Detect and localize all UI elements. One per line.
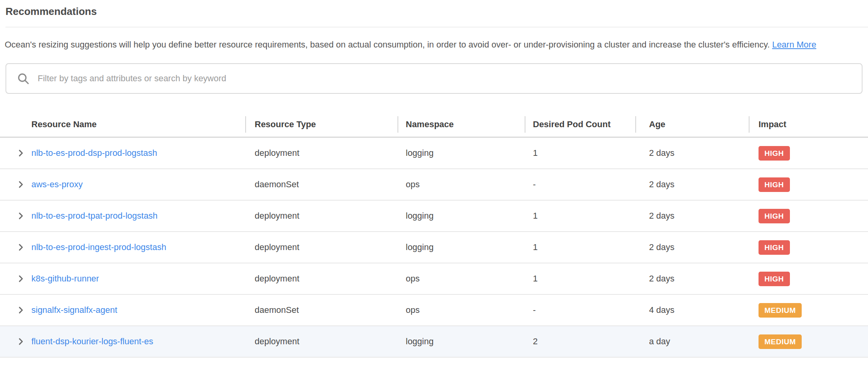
chevron-right-icon[interactable] [16, 149, 25, 157]
table-row[interactable]: nlb-to-es-prod-dsp-prod-logstash deploym… [0, 138, 868, 169]
resource-name-cell: aws-es-proxy [0, 179, 245, 190]
column-header-resource-name[interactable]: Resource Name [0, 112, 245, 137]
impact-cell: MEDIUM [749, 303, 868, 318]
resource-type-cell: deployment [245, 336, 398, 347]
column-header-desired-pod-count[interactable]: Desired Pod Count [525, 112, 635, 137]
age-cell: 4 days [635, 305, 749, 315]
resource-name-cell: nlb-to-es-prod-ingest-prod-logstash [0, 242, 245, 252]
table-row[interactable]: nlb-to-es-prod-ingest-prod-logstash depl… [0, 232, 868, 263]
desired-pod-count-cell: - [525, 305, 635, 315]
chevron-right-icon[interactable] [16, 180, 25, 189]
chevron-right-icon[interactable] [16, 274, 25, 283]
chevron-right-icon[interactable] [16, 212, 25, 220]
description-text: Ocean's resizing suggestions will help y… [5, 40, 770, 49]
recommendations-page: Recommendations Ocean's resizing suggest… [0, 0, 868, 369]
column-header-impact[interactable]: Impact [749, 112, 868, 137]
desired-pod-count-cell: 1 [525, 242, 635, 252]
namespace-cell: ops [398, 274, 525, 284]
title-divider [5, 27, 868, 27]
table-row[interactable]: signalfx-signalfx-agent daemonSet ops - … [0, 295, 868, 326]
chevron-right-icon[interactable] [16, 243, 25, 252]
resource-name-cell: fluent-dsp-kourier-logs-fluent-es [0, 336, 245, 347]
impact-cell: HIGH [749, 146, 868, 161]
resource-type-cell: daemonSet [245, 305, 398, 315]
namespace-cell: logging [398, 148, 525, 158]
impact-badge: HIGH [759, 177, 790, 192]
resource-name-link[interactable]: nlb-to-es-prod-ingest-prod-logstash [31, 242, 166, 252]
impact-badge: HIGH [759, 240, 790, 255]
resource-name-link[interactable]: k8s-github-runner [31, 274, 99, 284]
column-header-resource-type[interactable]: Resource Type [245, 112, 398, 137]
resource-name-link[interactable]: signalfx-signalfx-agent [31, 305, 117, 315]
resource-type-cell: deployment [245, 274, 398, 284]
age-cell: a day [635, 336, 749, 347]
desired-pod-count-cell: 1 [525, 211, 635, 221]
table-body: nlb-to-es-prod-dsp-prod-logstash deploym… [0, 138, 868, 358]
impact-badge: MEDIUM [759, 303, 802, 318]
impact-cell: HIGH [749, 240, 868, 255]
age-cell: 2 days [635, 211, 749, 221]
table-row[interactable]: aws-es-proxy daemonSet ops - 2 days HIGH [0, 169, 868, 201]
resource-name-cell: nlb-to-es-prod-dsp-prod-logstash [0, 148, 245, 158]
chevron-right-icon[interactable] [16, 337, 25, 346]
table-row[interactable]: nlb-to-es-prod-tpat-prod-logstash deploy… [0, 201, 868, 232]
namespace-cell: logging [398, 336, 525, 347]
recommendations-table: Resource Name Resource Type Namespace De… [0, 112, 868, 358]
table-row[interactable]: fluent-dsp-kourier-logs-fluent-es deploy… [0, 326, 868, 358]
resource-name-cell: nlb-to-es-prod-tpat-prod-logstash [0, 211, 245, 221]
column-header-age[interactable]: Age [635, 112, 749, 137]
impact-badge: HIGH [759, 272, 790, 286]
desired-pod-count-cell: 1 [525, 148, 635, 158]
table-row[interactable]: k8s-github-runner deployment ops 1 2 day… [0, 263, 868, 295]
resource-name-link[interactable]: nlb-to-es-prod-dsp-prod-logstash [31, 148, 157, 158]
impact-badge: HIGH [759, 146, 790, 161]
age-cell: 2 days [635, 242, 749, 252]
age-cell: 2 days [635, 179, 749, 190]
learn-more-link[interactable]: Learn More [772, 40, 817, 49]
chevron-right-icon[interactable] [16, 306, 25, 314]
impact-cell: HIGH [749, 209, 868, 223]
impact-cell: HIGH [749, 177, 868, 192]
resource-name-link[interactable]: fluent-dsp-kourier-logs-fluent-es [31, 336, 153, 347]
desired-pod-count-cell: - [525, 179, 635, 190]
page-description: Ocean's resizing suggestions will help y… [5, 37, 863, 52]
resource-name-link[interactable]: aws-es-proxy [31, 179, 83, 190]
age-cell: 2 days [635, 274, 749, 284]
namespace-cell: ops [398, 305, 525, 315]
resource-type-cell: daemonSet [245, 179, 398, 190]
desired-pod-count-cell: 2 [525, 336, 635, 347]
impact-cell: MEDIUM [749, 334, 868, 349]
namespace-cell: logging [398, 242, 525, 252]
table-header-row: Resource Name Resource Type Namespace De… [0, 112, 868, 138]
impact-badge: MEDIUM [759, 334, 802, 349]
impact-cell: HIGH [749, 272, 868, 286]
column-header-namespace[interactable]: Namespace [398, 112, 525, 137]
filter-search-box[interactable] [5, 63, 863, 94]
resource-name-cell: signalfx-signalfx-agent [0, 305, 245, 315]
page-title: Recommendations [0, 0, 868, 18]
resource-type-cell: deployment [245, 148, 398, 158]
impact-badge: HIGH [759, 209, 790, 223]
desired-pod-count-cell: 1 [525, 274, 635, 284]
search-icon [16, 72, 30, 85]
resource-name-link[interactable]: nlb-to-es-prod-tpat-prod-logstash [31, 211, 158, 221]
namespace-cell: ops [398, 179, 525, 190]
search-input[interactable] [37, 73, 852, 84]
age-cell: 2 days [635, 148, 749, 158]
resource-type-cell: deployment [245, 242, 398, 252]
resource-name-cell: k8s-github-runner [0, 274, 245, 284]
resource-type-cell: deployment [245, 211, 398, 221]
namespace-cell: logging [398, 211, 525, 221]
